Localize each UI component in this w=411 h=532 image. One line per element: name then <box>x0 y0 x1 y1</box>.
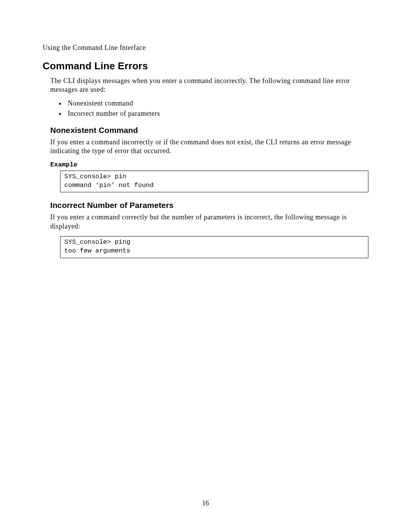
example-label: Example <box>43 161 368 168</box>
body-paragraph: If you enter a command correctly but the… <box>43 213 368 231</box>
code-block-parameters: SYS_console> ping too few arguments <box>60 236 368 258</box>
list-item: Nonexistent command <box>65 98 368 109</box>
page-number: 16 <box>0 499 411 507</box>
intro-paragraph: The CLI displays messages when you enter… <box>43 77 368 94</box>
body-paragraph: If you enter a command incorrectly or if… <box>43 138 368 156</box>
list-item: Incorrect number of parameters <box>65 109 368 119</box>
document-page: Using the Command Line Interface Command… <box>0 0 411 258</box>
running-head: Using the Command Line Interface <box>43 44 368 52</box>
section-title: Command Line Errors <box>43 60 368 72</box>
subsection-title-parameters: Incorrect Number of Parameters <box>43 201 368 210</box>
bullet-list: Nonexistent command Incorrect number of … <box>43 98 368 119</box>
code-block-nonexistent: SYS_console> pin command ‘pin’ not found <box>60 171 368 193</box>
subsection-title-nonexistent: Nonexistent Command <box>43 126 368 135</box>
